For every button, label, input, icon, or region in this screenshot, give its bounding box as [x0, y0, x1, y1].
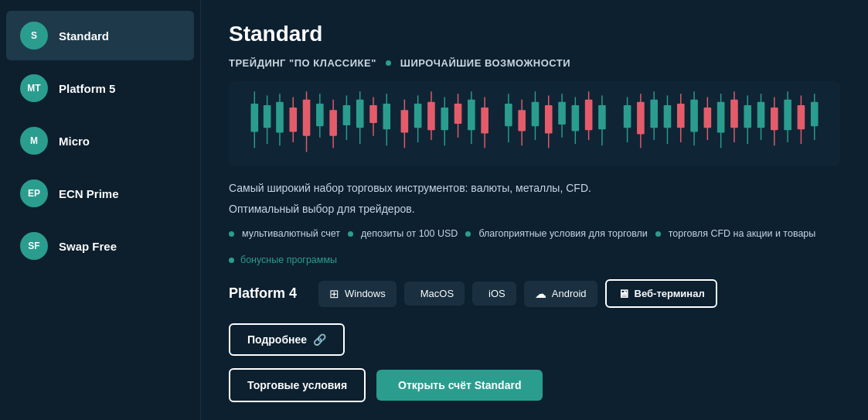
sidebar-label-micro: Micro	[59, 135, 90, 148]
svg-rect-21	[383, 104, 391, 129]
svg-rect-13	[329, 110, 337, 135]
platform-btn-macos[interactable]: MacOS	[404, 282, 465, 306]
dot-bonus	[229, 258, 234, 263]
svg-rect-35	[481, 108, 488, 133]
bottom-row: Торговые условия Открыть счёт Standard	[229, 368, 840, 402]
description-block: Самый широкий набор торговых инструменто…	[229, 180, 840, 217]
avatar-micro: M	[20, 127, 48, 155]
dot-feature-2	[348, 231, 353, 237]
trading-conditions-label: Торговые условия	[247, 379, 347, 391]
feature-3: благоприятные условия для торговли	[478, 228, 647, 239]
avatar-swapfree: SF	[20, 232, 48, 260]
desc-line-2: Оптимальный выбор для трейдеров.	[229, 201, 840, 217]
sidebar-label-platform5: Platform 5	[59, 82, 115, 95]
sidebar: S Standard MT Platform 5 M Micro EP ECN …	[0, 0, 201, 420]
subtitle-row: трейдинг "по классике" широчайшие возмож…	[229, 57, 840, 69]
trading-conditions-button[interactable]: Торговые условия	[229, 368, 366, 402]
svg-rect-17	[356, 100, 364, 128]
svg-rect-65	[704, 108, 712, 128]
dot-feature-1	[229, 231, 234, 237]
svg-rect-67	[717, 102, 725, 133]
platform-section: Platform 4 ⊞ Windows MacOS iOS ☁ Android…	[229, 279, 840, 308]
sidebar-item-swapfree[interactable]: SF Swap Free	[6, 221, 194, 271]
svg-rect-29	[441, 108, 448, 130]
macos-label: MacOS	[420, 288, 454, 299]
feature-1: мультивалютный счет	[242, 228, 340, 239]
svg-rect-63	[690, 100, 698, 132]
page-title: Standard	[229, 22, 840, 46]
svg-rect-51	[598, 105, 606, 129]
avatar-standard: S	[20, 22, 48, 50]
sidebar-label-ecnprime: ECN Prime	[59, 187, 119, 200]
svg-rect-5	[276, 102, 284, 133]
svg-rect-3	[264, 105, 271, 128]
svg-rect-69	[730, 100, 738, 128]
avatar-ecnprime: EP	[20, 179, 48, 207]
open-account-label: Открыть счёт Standard	[398, 379, 521, 391]
svg-rect-45	[558, 102, 566, 125]
dot-feature-4	[655, 231, 661, 237]
dot-feature-3	[465, 231, 471, 237]
details-label: Подробнее	[247, 333, 307, 346]
android-icon: ☁	[535, 287, 546, 301]
svg-rect-59	[664, 105, 672, 128]
svg-rect-43	[545, 105, 553, 134]
svg-rect-61	[677, 104, 685, 128]
web-label: Веб-терминал	[635, 288, 705, 299]
windows-label: Windows	[345, 288, 386, 299]
svg-rect-81	[811, 102, 819, 126]
sidebar-item-micro[interactable]: M Micro	[6, 116, 194, 166]
open-account-button[interactable]: Открыть счёт Standard	[376, 370, 543, 401]
link-icon: 🔗	[313, 333, 326, 346]
web-icon: 🖥	[618, 287, 629, 300]
features-row: мультивалютный счет депозиты от 100 USD …	[229, 228, 840, 239]
svg-rect-7	[289, 108, 297, 131]
android-label: Android	[552, 288, 587, 299]
sidebar-item-platform5[interactable]: MT Platform 5	[6, 63, 194, 113]
sidebar-label-swapfree: Swap Free	[59, 240, 117, 253]
svg-rect-25	[414, 104, 422, 128]
svg-rect-39	[518, 110, 526, 131]
windows-icon: ⊞	[329, 287, 339, 301]
svg-rect-15	[343, 105, 351, 125]
svg-rect-27	[427, 102, 435, 131]
svg-rect-57	[650, 100, 658, 128]
svg-rect-11	[316, 104, 324, 126]
platform-btn-android[interactable]: ☁ Android	[524, 281, 597, 307]
feature-2: депозиты от 100 USD	[361, 228, 458, 239]
svg-rect-37	[505, 104, 512, 126]
subtitle-text1: трейдинг "по классике"	[229, 57, 376, 69]
svg-rect-55	[637, 102, 645, 135]
svg-rect-9	[303, 100, 311, 136]
platform-title: Platform 4	[229, 285, 306, 302]
ios-label: iOS	[488, 288, 505, 299]
details-button[interactable]: Подробнее 🔗	[229, 323, 345, 356]
svg-rect-73	[757, 102, 765, 128]
sidebar-label-standard: Standard	[59, 29, 109, 43]
platform-btn-web[interactable]: 🖥 Веб-терминал	[605, 279, 717, 308]
svg-rect-41	[532, 102, 540, 126]
svg-rect-23	[401, 110, 409, 132]
feature-4: торговля CFD на акции и товары	[669, 228, 816, 239]
main-content: Standard трейдинг "по классике" широчайш…	[201, 0, 868, 420]
avatar-platform5: MT	[20, 74, 48, 102]
svg-rect-77	[784, 100, 791, 131]
sidebar-item-standard[interactable]: S Standard	[6, 11, 194, 60]
subtitle-text2: широчайшие возможности	[400, 57, 570, 69]
platform-btn-windows[interactable]: ⊞ Windows	[318, 281, 397, 307]
svg-rect-75	[771, 108, 778, 130]
bonus-link[interactable]: бонусные программы	[240, 254, 337, 265]
svg-rect-49	[585, 100, 593, 131]
svg-rect-1	[250, 104, 258, 132]
candlestick-chart	[241, 87, 828, 160]
svg-rect-31	[454, 104, 462, 124]
svg-rect-47	[572, 105, 580, 131]
svg-rect-53	[624, 105, 631, 128]
dot-separator	[386, 60, 391, 66]
chart-container	[229, 81, 840, 166]
svg-rect-19	[369, 105, 377, 123]
svg-rect-71	[744, 105, 751, 128]
platform-btn-ios[interactable]: iOS	[472, 282, 516, 306]
sidebar-item-ecnprime[interactable]: EP ECN Prime	[6, 169, 194, 218]
svg-rect-33	[468, 100, 475, 131]
